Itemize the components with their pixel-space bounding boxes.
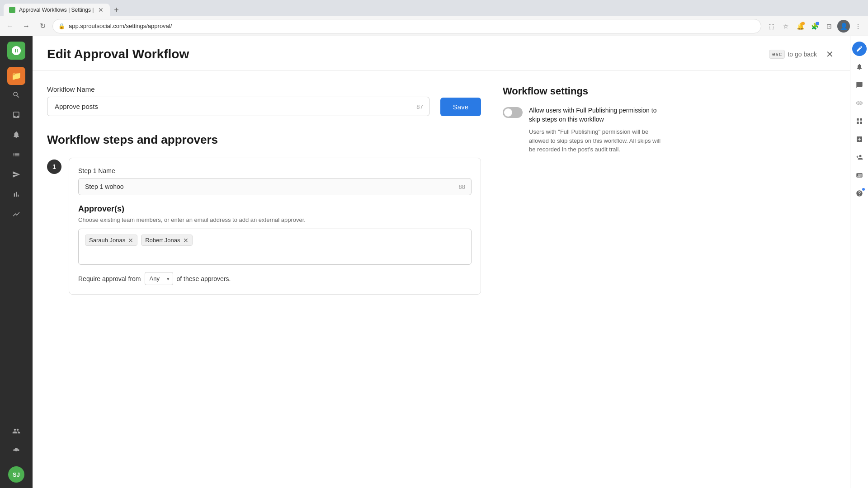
settings-item: Allow users with Full Publishing permiss… <box>503 106 665 154</box>
extension-dot <box>816 22 819 25</box>
bookmark-button[interactable]: ☆ <box>779 20 792 33</box>
step-name-input[interactable] <box>78 178 472 195</box>
step-name-char-count: 88 <box>459 183 465 190</box>
compose-icon-button[interactable] <box>852 42 867 56</box>
step-container: 1 Step 1 Name 88 Approver(s) Choose exis… <box>47 158 481 295</box>
menu-button[interactable]: ⋮ <box>852 20 864 33</box>
settings-icon <box>12 447 20 457</box>
approver-remove-sarauh[interactable]: ✕ <box>128 237 133 244</box>
main-content: Edit Approval Workflow esc to go back ✕ … <box>33 36 850 488</box>
split-view-button[interactable]: ⊡ <box>823 20 835 33</box>
settings-section: Workflow settings Allow users with Full … <box>503 85 665 474</box>
extensions-button[interactable]: 🧩 <box>808 20 821 33</box>
sidebar-item-list[interactable] <box>7 146 25 164</box>
user-avatar[interactable]: SJ <box>8 466 24 483</box>
right-message-icon[interactable] <box>852 78 867 92</box>
name-row: Workflow Name 87 Save <box>47 85 481 116</box>
content-area: Workflow Name 87 Save Workflow steps and… <box>33 71 850 488</box>
sidebar-item-send[interactable] <box>7 166 25 184</box>
require-label-post: of these approvers. <box>177 275 231 282</box>
approvers-box[interactable]: Sarauh Jonas ✕ Robert Jonas ✕ <box>78 229 472 265</box>
workflow-name-group: Workflow Name 87 <box>47 85 429 116</box>
tab-bar: Approval Workflows | Settings | ✕ + <box>0 0 868 16</box>
tab-title: Approval Workflows | Settings | <box>19 7 94 13</box>
bar-chart-icon <box>12 190 20 201</box>
save-button[interactable]: Save <box>440 98 481 116</box>
require-label-pre: Require approval from <box>78 275 141 282</box>
esc-hint: esc to go back <box>769 50 817 59</box>
forward-button[interactable]: → <box>20 20 33 33</box>
approvers-hint: Choose existing team members, or enter a… <box>78 216 472 223</box>
sidebar-item-users[interactable] <box>7 423 25 441</box>
bell-icon <box>12 131 20 141</box>
approver-remove-robert[interactable]: ✕ <box>183 237 189 244</box>
cast-button[interactable]: ⬚ <box>765 20 778 33</box>
right-keyboard-icon[interactable] <box>852 168 867 183</box>
sidebar-item-analytics[interactable] <box>7 206 25 224</box>
esc-badge: esc <box>769 50 785 59</box>
profile-button[interactable]: 👤 <box>837 20 850 33</box>
skip-steps-toggle[interactable] <box>503 107 523 118</box>
url-text: app.sproutsocial.com/settings/approval/ <box>69 23 755 29</box>
settings-text-title: Allow users with Full Publishing permiss… <box>529 106 665 124</box>
inbox-icon <box>12 111 20 121</box>
new-tab-button[interactable]: + <box>110 4 123 16</box>
right-link-icon[interactable] <box>852 96 867 110</box>
right-user-icon[interactable] <box>852 150 867 164</box>
sidebar-logo <box>7 42 25 60</box>
form-section: Workflow Name 87 Save Workflow steps and… <box>47 85 481 474</box>
users-icon <box>12 427 20 437</box>
step-number: 1 <box>47 160 61 174</box>
approver-tag-sarauh: Sarauh Jonas ✕ <box>85 235 137 246</box>
folder-icon: 📁 <box>11 71 21 81</box>
search-icon <box>12 91 20 101</box>
address-bar[interactable]: 🔒 app.sproutsocial.com/settings/approval… <box>52 19 761 33</box>
sidebar-item-search[interactable] <box>7 87 25 105</box>
refresh-button[interactable]: ↻ <box>36 20 49 33</box>
browser-chrome: Approval Workflows | Settings | ✕ + ← → … <box>0 0 868 36</box>
tab-favicon <box>9 7 15 13</box>
right-add-icon[interactable] <box>852 132 867 146</box>
workflow-name-label: Workflow Name <box>47 85 429 93</box>
sidebar-item-inbox[interactable] <box>7 107 25 125</box>
approver-tag-robert: Robert Jonas ✕ <box>141 235 192 246</box>
step-name-label: Step 1 Name <box>78 167 472 174</box>
require-select[interactable]: Any All <box>145 272 173 285</box>
settings-text-desc: Users with "Full Publishing" permission … <box>529 127 665 154</box>
send-icon <box>12 170 20 181</box>
workflow-name-input-wrapper: 87 <box>47 97 429 116</box>
require-row: Require approval from Any All of these a… <box>78 272 472 285</box>
sidebar-item-content[interactable]: 📁 <box>7 67 25 85</box>
right-help-icon[interactable] <box>852 186 867 201</box>
page-title: Edit Approval Workflow <box>47 47 189 61</box>
right-grid-icon[interactable] <box>852 114 867 128</box>
list-icon <box>12 150 20 161</box>
sidebar: 📁 <box>0 36 33 488</box>
back-button[interactable]: ← <box>4 20 16 33</box>
browser-toolbar: ← → ↻ 🔒 app.sproutsocial.com/settings/ap… <box>0 16 868 36</box>
step-name-input-wrapper: 88 <box>78 178 472 195</box>
approver-name-robert: Robert Jonas <box>145 237 180 244</box>
workflow-steps-title: Workflow steps and approvers <box>47 133 481 147</box>
workflow-name-input[interactable] <box>47 97 429 116</box>
workflow-name-char-count: 87 <box>416 103 423 110</box>
active-tab[interactable]: Approval Workflows | Settings | ✕ <box>4 4 110 16</box>
right-toolbar <box>850 36 868 488</box>
sidebar-item-chart[interactable] <box>7 186 25 204</box>
sidebar-item-settings[interactable] <box>7 443 25 461</box>
step-body: Step 1 Name 88 Approver(s) Choose existi… <box>69 158 481 295</box>
close-button[interactable]: ✕ <box>824 47 835 61</box>
right-bell-icon[interactable] <box>852 60 867 74</box>
approvers-label: Approver(s) <box>78 204 472 214</box>
notification-button[interactable]: 🔔 <box>794 20 807 33</box>
toolbar-right: ⬚ ☆ 🔔 🧩 ⊡ 👤 ⋮ <box>765 20 864 33</box>
tab-close-button[interactable]: ✕ <box>97 5 104 14</box>
settings-title: Workflow settings <box>503 85 665 97</box>
require-select-wrapper: Any All <box>145 272 173 285</box>
sidebar-item-bell[interactable] <box>7 127 25 145</box>
lock-icon: 🔒 <box>58 23 65 29</box>
page-header: Edit Approval Workflow esc to go back ✕ <box>33 36 850 71</box>
notification-dot <box>801 22 805 25</box>
app-container: 📁 <box>0 36 868 488</box>
header-right: esc to go back ✕ <box>769 47 835 61</box>
